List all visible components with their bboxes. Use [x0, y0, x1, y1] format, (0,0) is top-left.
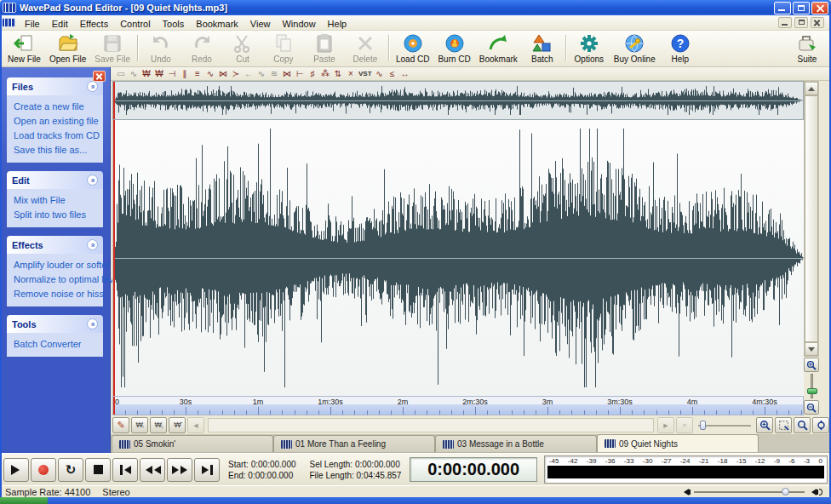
document-close-button[interactable] — [811, 17, 824, 28]
zoom-full-icon[interactable] — [794, 417, 811, 433]
waveform-tool-4-icon[interactable]: ₩ — [154, 68, 164, 80]
document-restore-button[interactable] — [794, 17, 808, 28]
record-button[interactable] — [31, 458, 56, 482]
waveform-tool-17-icon[interactable]: ⁂ — [320, 68, 330, 80]
sidebar-item-remove-noise-or-hiss[interactable]: Remove noise or hiss — [14, 289, 96, 299]
loop-button[interactable]: ↻ — [58, 458, 83, 482]
waveform-tool-9-icon[interactable]: ⋈ — [218, 68, 228, 80]
play-button[interactable] — [3, 458, 29, 482]
waveform-tool-14-icon[interactable]: ⋈ — [282, 68, 292, 80]
zoom-selection-icon[interactable] — [775, 417, 792, 433]
waveform-tool-10-icon[interactable]: ≻ — [231, 68, 241, 80]
panel-header-tools[interactable]: Tools» — [7, 315, 103, 333]
bookmark-button[interactable]: Bookmark — [475, 32, 522, 65]
scroll-left-icon[interactable]: ◂ — [187, 417, 204, 433]
waveform-tool-21-icon[interactable]: ∿ — [375, 68, 385, 80]
sidebar-item-normalize-to-optimal-level[interactable]: Normalize to optimal level — [14, 274, 96, 284]
menu-control[interactable]: Control — [114, 17, 156, 31]
volume-slider[interactable] — [694, 491, 805, 493]
waveform-tool-5-icon[interactable]: ⊣ — [167, 68, 177, 80]
waveform-tool-3-icon[interactable]: ₩ — [141, 68, 152, 80]
vertical-scroll-thumb[interactable] — [805, 95, 818, 342]
collapse-chevron-icon[interactable]: » — [87, 81, 98, 92]
collapse-chevron-icon[interactable]: » — [87, 318, 98, 329]
rewind-button[interactable] — [140, 458, 165, 482]
document-minimize-button[interactable] — [778, 17, 792, 28]
horizontal-scrollbar[interactable] — [208, 418, 654, 432]
overview-waveform-canvas[interactable] — [113, 82, 803, 119]
zoom-vertical-icon[interactable] — [812, 417, 829, 433]
sidebar-item-save-this-file-as[interactable]: Save this file as... — [14, 145, 96, 155]
tab-03-message-in-a-bottle[interactable]: 03 Message in a Bottle — [435, 435, 597, 452]
waveform-tool-22-icon[interactable]: ≤ — [387, 68, 398, 80]
close-button[interactable] — [811, 2, 828, 14]
new-file-button[interactable]: New File — [3, 32, 45, 65]
zoom-in-vertical-icon[interactable] — [804, 358, 819, 372]
scroll-down-icon[interactable] — [805, 342, 818, 356]
overview-waveform-panel[interactable] — [112, 81, 804, 120]
waveform-tool-8-icon[interactable]: ∿ — [205, 68, 215, 80]
waveform-tool-23-icon[interactable]: ↔ — [400, 68, 410, 80]
wave-view-3-icon[interactable]: ₩̈ — [169, 417, 186, 433]
fast-forward-button[interactable] — [167, 458, 192, 482]
scroll-right-icon[interactable]: ▸ — [657, 417, 674, 433]
menu-window[interactable]: Window — [276, 17, 321, 31]
vst-plugin-icon[interactable]: VST — [358, 68, 372, 80]
volume-max-speaker-icon[interactable] — [808, 489, 822, 495]
sidebar-item-open-an-existing-file[interactable]: Open an existing file — [14, 116, 96, 126]
batch-button[interactable]: Batch — [522, 32, 563, 65]
main-waveform-panel[interactable] — [112, 120, 804, 396]
waveform-tool-11-icon[interactable]: ← — [244, 68, 254, 80]
waveform-tool-15-icon[interactable]: ⊢ — [295, 68, 305, 80]
collapse-chevron-icon[interactable]: » — [87, 175, 98, 186]
waveform-tool-12-icon[interactable]: ∿ — [256, 68, 266, 80]
time-ruler[interactable]: 0 30s1m1m:30s2m2m:30s3m3m:30s4m4m:30s — [112, 396, 804, 415]
sidebar-item-mix-with-file[interactable]: Mix with File — [14, 195, 96, 205]
menu-help[interactable]: Help — [322, 17, 353, 31]
skip-start-button[interactable] — [112, 458, 138, 482]
sidebar-close-icon[interactable] — [93, 71, 106, 82]
suite-button[interactable]: Suite — [787, 32, 828, 65]
sidebar-item-batch-converter[interactable]: Batch Converter — [14, 339, 96, 349]
panel-header-files[interactable]: Files» — [7, 77, 103, 95]
zoom-select-disabled-icon[interactable]: ▫ — [676, 417, 693, 433]
menu-edit[interactable]: Edit — [46, 17, 74, 31]
wave-view-2-icon[interactable]: ₩, — [150, 417, 167, 433]
waveform-tool-18-icon[interactable]: ⇅ — [333, 68, 343, 80]
start-button-fragment[interactable] — [0, 497, 48, 504]
burn-cd-button[interactable]: Burn CD — [433, 32, 474, 65]
skip-end-button[interactable] — [194, 458, 220, 482]
sidebar-item-load-tracks-from-cd[interactable]: Load tracks from CD — [14, 130, 96, 140]
tab-01-more-than-a-feeling[interactable]: 01 More Than a Feeling — [273, 435, 435, 452]
collapse-chevron-icon[interactable]: » — [87, 239, 98, 250]
buy-online-button[interactable]: Buy Online — [610, 32, 660, 65]
menu-file[interactable]: File — [19, 17, 46, 31]
sidebar-item-amplify-louder-or-softer[interactable]: Amplify louder or softer — [14, 260, 96, 270]
tab-09-quiet-nights[interactable]: 09 Quiet Nights — [597, 434, 759, 452]
vertical-zoom-slider[interactable] — [811, 374, 813, 398]
zoom-slider[interactable] — [698, 419, 751, 432]
load-cd-button[interactable]: Load CD — [392, 32, 433, 65]
options-button[interactable]: Options — [569, 32, 610, 65]
volume-min-speaker-icon[interactable] — [680, 489, 691, 495]
waveform-tool-13-icon[interactable]: ≋ — [269, 68, 279, 80]
vertical-zoom-thumb[interactable] — [807, 388, 817, 394]
waveform-tool-16-icon[interactable]: ♯ — [307, 68, 318, 80]
menu-view[interactable]: View — [244, 17, 277, 31]
menu-bookmark[interactable]: Bookmark — [190, 17, 244, 31]
help-button[interactable]: ?Help — [660, 32, 701, 65]
zoom-in-icon[interactable] — [756, 417, 773, 433]
waveform-tool-2-icon[interactable]: ∿ — [129, 68, 139, 80]
minimize-button[interactable] — [774, 2, 791, 14]
restore-button[interactable] — [793, 2, 810, 14]
open-file-button[interactable]: Open File — [45, 32, 90, 65]
draw-pencil-icon[interactable]: ✎ — [112, 417, 129, 433]
waveform-tool-7-icon[interactable]: ≡ — [192, 68, 203, 80]
waveform-tool-19-icon[interactable]: × — [346, 68, 356, 80]
waveform-tool-6-icon[interactable]: ∥ — [180, 68, 190, 80]
scroll-up-icon[interactable] — [805, 82, 818, 95]
panel-header-edit[interactable]: Edit» — [7, 171, 103, 189]
zoom-out-vertical-icon[interactable] — [804, 400, 819, 415]
sidebar-item-split-into-two-files[interactable]: Split into two files — [14, 209, 96, 220]
zoom-slider-thumb[interactable] — [700, 421, 706, 430]
